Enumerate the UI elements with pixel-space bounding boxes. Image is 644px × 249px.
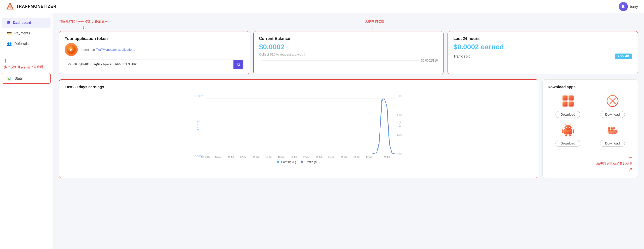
traffic-dot [301, 161, 303, 163]
svg-text:19 Jul: 19 Jul [316, 156, 322, 158]
token-link[interactable]: TraffMonetizer applications [96, 48, 135, 52]
username: barry [630, 5, 638, 9]
download-apps-card: Download apps [542, 79, 638, 178]
earning-dot [277, 161, 279, 163]
svg-rect-44 [562, 129, 564, 133]
sidebar-item-dashboard[interactable]: ⊞ Dashboard [2, 18, 51, 28]
download-item-macos: Download [592, 93, 633, 118]
svg-line-42 [565, 124, 566, 125]
sidebar-label-payments: Payments [14, 31, 30, 35]
svg-text:03 Jul: 03 Jul [215, 156, 221, 158]
annotation-top-right-text: 一天以内的收益 [361, 19, 384, 24]
token-subtitle: Insert it in [81, 48, 95, 52]
svg-rect-31 [562, 95, 568, 101]
traffic-badge: 2.55 MB [615, 54, 632, 59]
download-item-windows: Download [548, 93, 588, 118]
stats-icon: 📊 [7, 76, 12, 81]
windows-download-button[interactable]: Download [555, 111, 581, 118]
progress-label: $0.0002/$10 [421, 59, 438, 62]
payments-icon: 💳 [7, 31, 12, 35]
traffic-legend-label: Traffic (MB) [305, 160, 320, 164]
svg-text:17 Jul: 17 Jul [303, 156, 309, 158]
last24-card: Last 24 hours $0.0002 earned Traffic sol… [448, 31, 638, 74]
chart-title: Last 30 days earnings [65, 85, 533, 89]
chart-legend: Earning ($) Traffic (MB) [65, 160, 533, 164]
cards-row: Your application token ★ [59, 31, 638, 74]
token-input-row: ⧉ [65, 60, 244, 69]
up-arrow-icon: ↑ [4, 56, 7, 65]
svg-rect-45 [573, 129, 574, 133]
sidebar-item-referrals[interactable]: 👥 Referrals [2, 39, 51, 49]
macos-download-button[interactable]: Download [600, 111, 625, 118]
svg-point-39 [565, 125, 572, 130]
svg-text:25 Jul: 25 Jul [353, 156, 359, 158]
download-item-docker: Download [592, 122, 633, 147]
coin-icon: ★ [66, 44, 76, 55]
down-right-arrow-icon: ↗ [628, 167, 633, 173]
macos-icon [605, 93, 621, 109]
sidebar: ⊞ Dashboard 💳 Payments 👥 Referrals ↑ 多个设… [0, 13, 53, 249]
copy-token-button[interactable]: ⧉ [233, 60, 243, 69]
svg-rect-32 [569, 95, 574, 101]
svg-rect-47 [569, 134, 571, 136]
referrals-icon: 👥 [7, 41, 12, 46]
docker-download-button[interactable]: Download [600, 140, 625, 147]
svg-rect-50 [611, 127, 613, 129]
token-insert-info: Insert it in TraffMonetizer applications [81, 47, 135, 52]
svg-text:21 Jul: 21 Jul [328, 156, 334, 158]
sidebar-label-stats: Stats [15, 76, 23, 80]
token-card-header: ★ Insert it in TraffMonetizer applicatio… [65, 43, 244, 56]
android-download-button[interactable]: Download [555, 140, 581, 147]
svg-line-43 [570, 124, 571, 125]
top-navigation: TRAFFMONETIZER B barry [0, 0, 644, 13]
svg-text:3.00: 3.00 [397, 94, 402, 97]
sidebar-item-payments[interactable]: 💳 Payments [2, 28, 51, 38]
annotation-top-right: 一天以内的收益 ↓ [361, 19, 384, 30]
bottom-annotation-area: → 30天以来具体的收益信息 ↗ [548, 154, 633, 173]
user-info: B barry [619, 2, 638, 11]
top-annotations: 对应账户的Token 添加设备是使用 ↓ 一天以内的收益 ↓ [59, 19, 638, 31]
avatar[interactable]: B [619, 2, 628, 11]
main-content: 对应账户的Token 添加设备是使用 ↓ 一天以内的收益 ↓ Your appl… [53, 13, 644, 249]
logo[interactable]: TRAFFMONETIZER [6, 3, 57, 11]
traffic-row: Traffic sold 2.55 MB [453, 54, 632, 59]
last24-amount: $0.0002 earned [453, 43, 632, 51]
sidebar-item-stats[interactable]: 📊 Stats [2, 73, 51, 84]
sidebar-label-referrals: Referrals [14, 42, 29, 46]
right-arrow-icon: → [628, 154, 633, 160]
svg-rect-33 [562, 102, 568, 107]
balance-progress-row: $0.0002/$10 [259, 59, 438, 62]
download-apps-title: Download apps [548, 85, 633, 89]
bottom-annotation-text: 30天以来具体的收益信息 [596, 162, 633, 166]
svg-rect-53 [611, 129, 613, 131]
earning-legend-label: Earning ($) [281, 160, 296, 164]
svg-text:11 Jul: 11 Jul [265, 156, 271, 158]
chart-container: 0.0002 0.0000 3.00 2.00 1.00 0.00 [65, 92, 533, 158]
windows-icon [560, 93, 576, 109]
dashboard-icon: ⊞ [7, 20, 10, 25]
svg-rect-34 [569, 102, 574, 107]
down-arrow-right-icon: ↓ [372, 24, 374, 30]
svg-point-41 [569, 127, 570, 128]
last24-title: Last 24 hours [453, 36, 632, 41]
traffic-line [206, 99, 395, 154]
svg-text:29 Jul: 29 Jul [384, 156, 390, 158]
svg-text:2.00: 2.00 [397, 114, 402, 117]
svg-text:23 Jul: 23 Jul [341, 156, 347, 158]
sidebar-label-dashboard: Dashboard [13, 21, 31, 25]
svg-rect-46 [565, 134, 567, 136]
svg-text:0.00: 0.00 [397, 153, 402, 156]
svg-text:07 Jul: 07 Jul [240, 156, 246, 158]
svg-text:Earning: Earning [196, 120, 199, 130]
balance-card: Current Balance $0.0002 Collect $10 to r… [253, 31, 444, 74]
bottom-row: Last 30 days earnings 0.0002 0.0000 3.00… [59, 79, 638, 178]
balance-hint: Collect $10 to request a payout! [259, 53, 438, 56]
svg-text:★: ★ [69, 47, 73, 52]
download-item-android: Download [548, 122, 588, 147]
token-input[interactable] [65, 60, 233, 68]
svg-rect-51 [613, 127, 615, 129]
android-icon [560, 122, 576, 138]
svg-text:05 Jul: 05 Jul [228, 156, 234, 158]
docker-icon [605, 122, 621, 138]
annotation-top-left-text: 对应账户的Token 添加设备是使用 [59, 19, 108, 24]
